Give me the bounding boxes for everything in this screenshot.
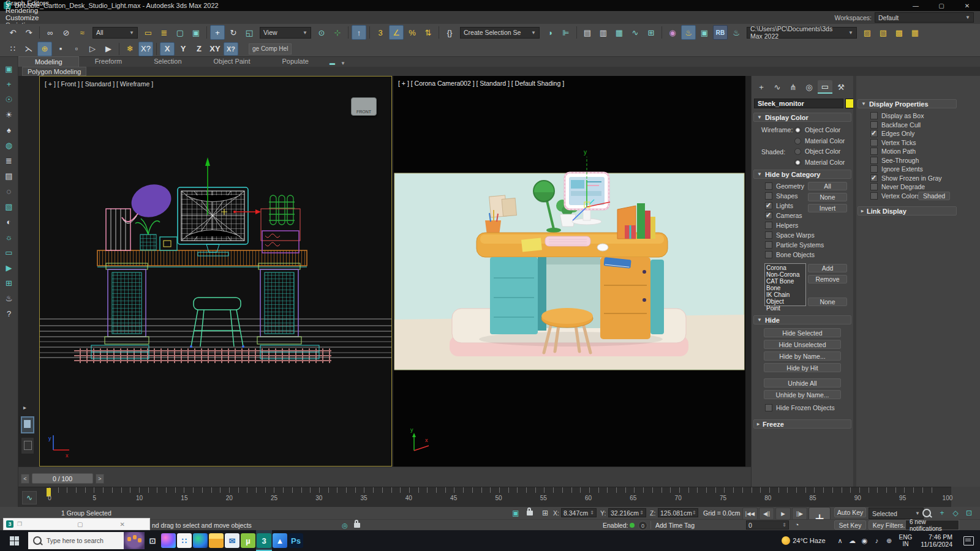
selection-region-icon[interactable]: ▣ xyxy=(511,508,521,518)
toolbar-icon[interactable]: ▨ xyxy=(860,25,875,40)
hide-button[interactable]: Hide by Hit xyxy=(764,363,841,372)
category-button[interactable]: None xyxy=(808,193,847,201)
search-highlight-image[interactable] xyxy=(124,532,145,549)
toolbar-icon[interactable]: ∿ xyxy=(628,25,643,40)
next-frame-button[interactable]: > xyxy=(96,474,104,484)
x-coordinate-field[interactable]: 8.347cm⇕ xyxy=(561,508,597,517)
axis-constraint-button[interactable]: Z xyxy=(192,42,206,56)
hide-frozen-checkbox[interactable]: Hide Frozen Objects xyxy=(765,403,835,413)
command-panel-tab[interactable]: ⋔ xyxy=(786,80,801,94)
axis-constraint-button[interactable]: Y xyxy=(176,42,190,56)
viewport-front[interactable]: [ + ] [ Front ] [ Standard ] [ Wireframe… xyxy=(39,76,392,467)
tray-icon[interactable]: ∧ xyxy=(834,537,846,545)
hide-button[interactable]: Hide Unselected xyxy=(764,340,841,349)
category-list-item[interactable]: Point xyxy=(766,305,804,312)
toolbar-icon[interactable]: ◉ xyxy=(665,25,680,40)
category-checkbox[interactable]: Bone Objects xyxy=(765,250,824,260)
language-indicator[interactable]: ENGIN xyxy=(899,534,913,547)
toolbar-icon[interactable]: ▢ xyxy=(173,25,187,40)
vray-toolbar-icon[interactable]: ☼ xyxy=(2,230,16,244)
mini-preview-window[interactable]: 3 ❐ ▢ ✕ xyxy=(3,518,150,530)
command-panel-tab[interactable]: ∿ xyxy=(770,80,785,94)
viewport-camera[interactable]: [ + ] [ Corona Camera002 ] [ Standard ] … xyxy=(393,76,745,467)
playback-button[interactable]: ||▶ xyxy=(792,508,807,520)
menu-item[interactable]: Customize xyxy=(0,14,74,21)
toolbar-icon[interactable]: ⊹ xyxy=(330,25,345,40)
rollout-link-display[interactable]: ▸Link Display xyxy=(858,206,957,216)
axis-constraint-button[interactable]: XY xyxy=(208,42,222,56)
add-time-tag[interactable]: Add Time Tag xyxy=(655,522,695,529)
display-property-checkbox[interactable]: Display as Box xyxy=(870,111,942,121)
mini-curve-editor-button[interactable]: ∿ xyxy=(22,491,37,504)
vray-toolbar-icon[interactable]: ▧ xyxy=(2,200,16,213)
reference-coordinate-dropdown[interactable]: View▼ xyxy=(260,27,311,39)
unhide-button[interactable]: Unhide by Name... xyxy=(764,390,841,399)
rollout-hide-by-category[interactable]: ▼Hide by Category xyxy=(753,170,851,179)
z-coordinate-field[interactable]: 125.081cm⇕ xyxy=(658,508,698,517)
snap-icon[interactable]: ❄ xyxy=(123,42,137,56)
category-listbox[interactable]: CoronaNon-CoronaCAT BoneBoneIK Chain Obj… xyxy=(764,263,806,306)
toolbar-icon[interactable]: % xyxy=(405,25,420,40)
polygon-modeling-panel[interactable]: Polygon Modeling xyxy=(22,67,86,76)
hide-button[interactable]: Hide Selected xyxy=(764,328,841,337)
tray-icon[interactable]: ♪ xyxy=(871,537,883,545)
toolbar-icon[interactable]: ♨ xyxy=(681,25,696,40)
ribbon-tab[interactable]: Object Paint xyxy=(198,56,266,66)
time-configuration-icon[interactable]: ◔ xyxy=(793,520,801,529)
vray-toolbar-icon[interactable]: ◌ xyxy=(2,184,16,198)
ribbon-tab[interactable]: Modeling xyxy=(18,56,79,67)
category-list-button[interactable]: Add xyxy=(808,264,847,272)
toolbar-icon[interactable]: ⇅ xyxy=(421,25,435,40)
orbit-icon[interactable]: ◇ xyxy=(951,508,960,518)
category-checkbox[interactable]: Particle Systems xyxy=(765,240,824,250)
taskbar-search[interactable]: Type here to search xyxy=(28,532,124,549)
selection-lock-toggle-icon[interactable] xyxy=(354,519,360,530)
time-slider[interactable]: 0 / 100 xyxy=(32,473,93,484)
isolate-selection-icon[interactable]: ◎ xyxy=(341,521,349,530)
toolbar-icon[interactable]: ↶ xyxy=(6,25,20,40)
toolbar-icon[interactable]: ∞ xyxy=(43,25,58,40)
vray-toolbar-icon[interactable]: ◍ xyxy=(2,138,16,152)
pan-icon[interactable]: + xyxy=(937,508,947,518)
named-selection-sets-dropdown[interactable]: Create Selection Se▼ xyxy=(460,27,540,39)
display-property-checkbox[interactable]: Backface Cull xyxy=(870,121,942,130)
axis-constraint-button[interactable]: X xyxy=(160,42,175,56)
set-key-button[interactable]: Set Key xyxy=(834,520,866,530)
vray-toolbar-icon[interactable]: ◐ xyxy=(2,215,16,228)
close-button[interactable]: ✕ xyxy=(954,0,980,11)
clock[interactable]: 7:46 PM11/16/2024 xyxy=(921,533,952,548)
taskbar-app[interactable] xyxy=(208,530,224,551)
action-center-icon[interactable] xyxy=(963,536,974,545)
vray-toolbar-icon[interactable]: ? xyxy=(2,307,16,320)
toolbar-icon[interactable]: ⊫ xyxy=(559,25,573,40)
radio-option[interactable]: Object Color xyxy=(794,125,845,135)
toolbar-icon[interactable]: ≣ xyxy=(157,25,172,40)
toolbar-icon[interactable]: ⊙ xyxy=(314,25,329,40)
track-bar[interactable]: ∿ 05101520253035404550556065707580859095… xyxy=(18,487,951,508)
command-panel-tab[interactable]: ▭ xyxy=(818,80,832,94)
snap-icon[interactable]: ⊕ xyxy=(37,42,52,56)
unhide-button[interactable]: Unhide All xyxy=(764,378,841,388)
category-list-none-button[interactable]: None xyxy=(808,298,847,306)
radio-option[interactable]: Material Color xyxy=(794,136,845,146)
close-icon[interactable]: ✕ xyxy=(120,521,125,528)
category-button[interactable]: Invert xyxy=(808,204,847,212)
vray-toolbar-icon[interactable]: ▤ xyxy=(2,169,16,182)
previous-frame-button[interactable]: < xyxy=(21,474,29,484)
project-folder-dropdown[interactable]: C:\Users\PC\Documents\3ds Max 2022▼ xyxy=(747,27,857,39)
toolbar-icon[interactable]: ▣ xyxy=(189,25,203,40)
snap-icon[interactable]: ▫ xyxy=(69,42,84,56)
category-list-item[interactable]: Non-Corona xyxy=(766,271,804,278)
axis-constraint-extra-button[interactable]: X? xyxy=(224,42,238,56)
command-panel-tab[interactable]: ◎ xyxy=(802,80,816,94)
vray-toolbar-icon[interactable]: ▭ xyxy=(2,246,16,259)
selection-lock-icon[interactable] xyxy=(527,507,533,518)
display-property-checkbox[interactable]: Ignore Extents xyxy=(870,165,942,174)
snap-icon[interactable]: ⋋ xyxy=(21,42,36,56)
radio-option[interactable]: Object Color xyxy=(794,146,845,156)
minimize-button[interactable]: — xyxy=(903,0,929,11)
toolbar-icon[interactable]: + xyxy=(210,25,225,40)
tray-icon[interactable]: ☁ xyxy=(846,537,859,545)
toolbar-icon[interactable]: ▦ xyxy=(612,25,627,40)
toolbar-icon[interactable]: ⊞ xyxy=(644,25,658,40)
